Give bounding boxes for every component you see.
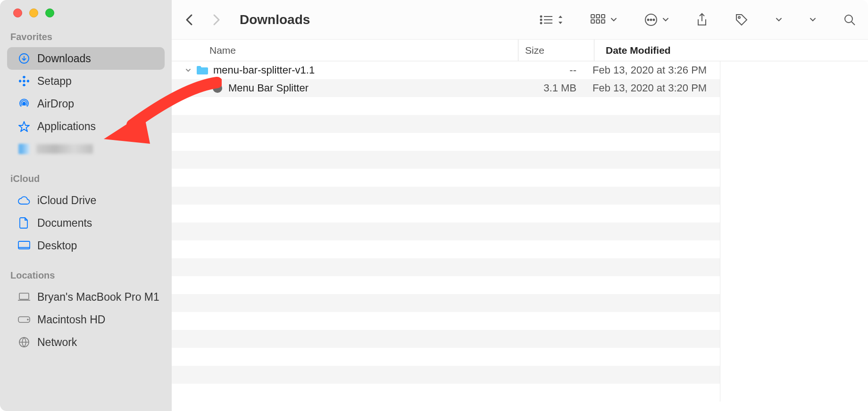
svg-point-25	[738, 16, 740, 18]
empty-row	[172, 348, 720, 366]
sidebar-item-label: Desktop	[37, 239, 77, 252]
section-locations-label: Locations	[0, 270, 172, 286]
folder-icon	[194, 66, 210, 75]
file-size: --	[517, 64, 593, 76]
desktop-icon	[17, 239, 31, 252]
sidebar-item-redacted[interactable]	[7, 138, 165, 160]
empty-row	[172, 205, 720, 222]
minimize-button[interactable]	[29, 8, 38, 17]
svg-rect-8	[19, 293, 29, 299]
cloud-icon	[17, 194, 31, 207]
svg-point-10	[27, 319, 28, 320]
back-button[interactable]	[183, 14, 195, 26]
svg-point-26	[845, 15, 852, 23]
preview-pane	[720, 61, 868, 402]
file-date: Feb 13, 2020 at 3:20 PM	[593, 82, 720, 94]
sidebar-item-label: Downloads	[37, 52, 91, 65]
svg-rect-16	[596, 15, 600, 18]
empty-row	[172, 115, 720, 133]
blurred-icon	[17, 142, 31, 156]
empty-row	[172, 240, 720, 258]
sidebar-item-applications[interactable]: Applications	[7, 115, 165, 138]
dropdown-2-button[interactable]	[810, 17, 816, 22]
sidebar-item-desktop[interactable]: Desktop	[7, 234, 165, 257]
download-icon	[17, 52, 31, 65]
tag-button[interactable]	[735, 13, 748, 26]
sidebar-item-airdrop[interactable]: AirDrop	[7, 92, 165, 115]
close-button[interactable]	[13, 8, 22, 17]
app-icon	[209, 83, 225, 93]
sidebar-item-label: iCloud Drive	[37, 194, 96, 207]
file-size: 3.1 MB	[517, 82, 593, 94]
applications-icon	[17, 120, 31, 133]
fullscreen-button[interactable]	[45, 8, 54, 17]
document-icon	[17, 216, 31, 230]
section-icloud-label: iCloud	[0, 173, 172, 189]
empty-row	[172, 151, 720, 169]
window-controls	[0, 8, 172, 17]
file-date: Feb 13, 2020 at 3:26 PM	[593, 64, 720, 76]
sidebar-item-label: Applications	[37, 120, 96, 133]
laptop-icon	[17, 290, 31, 304]
sidebar-item-downloads[interactable]: Downloads	[7, 47, 165, 70]
sidebar-item-label: Bryan's MacBook Pro M1	[37, 291, 159, 304]
svg-point-6	[23, 102, 25, 105]
sidebar-item-macintosh-hd[interactable]: Macintosh HD	[7, 308, 165, 331]
file-row-folder[interactable]: menu-bar-splitter-v1.1 -- Feb 13, 2020 a…	[172, 61, 720, 79]
globe-icon	[17, 336, 31, 349]
empty-row	[172, 97, 720, 115]
disclosure-triangle[interactable]	[172, 67, 194, 74]
svg-rect-19	[596, 20, 600, 23]
setapp-icon	[17, 74, 31, 88]
sidebar-item-label: AirDrop	[37, 98, 74, 110]
sidebar-item-label: Documents	[37, 217, 92, 230]
sidebar-item-label	[36, 144, 93, 154]
empty-row	[172, 258, 720, 276]
chevron-down-icon	[662, 17, 669, 22]
empty-row	[172, 222, 720, 240]
search-button[interactable]	[843, 14, 856, 26]
svg-rect-17	[601, 15, 605, 18]
empty-row	[172, 384, 720, 402]
view-mode-list-button[interactable]	[540, 15, 563, 25]
empty-row	[172, 276, 720, 294]
sidebar-item-label: Network	[37, 336, 77, 349]
sidebar-item-macbook[interactable]: Bryan's MacBook Pro M1	[7, 286, 165, 308]
file-name: menu-bar-splitter-v1.1	[210, 64, 517, 76]
svg-rect-15	[591, 15, 594, 18]
action-menu-button[interactable]	[644, 13, 669, 26]
airdrop-icon	[17, 97, 31, 110]
svg-rect-4	[26, 79, 29, 82]
svg-point-12	[541, 16, 542, 17]
column-date[interactable]: Date Modified	[594, 45, 868, 56]
window-title: Downloads	[240, 12, 310, 27]
empty-row	[172, 187, 720, 205]
sidebar-item-setapp[interactable]: Setapp	[7, 70, 165, 92]
sidebar-item-icloud-drive[interactable]: iCloud Drive	[7, 189, 165, 212]
disk-icon	[17, 313, 31, 326]
file-row-app[interactable]: Menu Bar Splitter 3.1 MB Feb 13, 2020 at…	[172, 79, 720, 97]
file-name: Menu Bar Splitter	[225, 82, 517, 94]
main-content: Downloads	[172, 0, 868, 411]
svg-rect-3	[19, 79, 22, 82]
svg-point-14	[541, 22, 542, 24]
dropdown-1-button[interactable]	[776, 17, 782, 22]
sidebar: Favorites Downloads Setapp AirDrop Appli…	[0, 0, 172, 411]
sidebar-item-label: Setapp	[37, 75, 72, 88]
column-size[interactable]: Size	[518, 45, 594, 56]
section-favorites-label: Favorites	[0, 32, 172, 47]
svg-rect-18	[591, 20, 594, 23]
group-by-button[interactable]	[591, 14, 617, 25]
chevron-updown-icon	[558, 15, 563, 25]
toolbar: Downloads	[172, 0, 868, 40]
empty-row	[172, 366, 720, 384]
sidebar-item-documents[interactable]: Documents	[7, 212, 165, 234]
empty-row	[172, 312, 720, 330]
svg-rect-2	[22, 83, 25, 86]
svg-point-23	[651, 19, 652, 20]
forward-button[interactable]	[210, 14, 223, 26]
column-name[interactable]: Name	[194, 45, 518, 56]
share-button[interactable]	[696, 13, 708, 27]
empty-row	[172, 294, 720, 312]
sidebar-item-network[interactable]: Network	[7, 331, 165, 353]
